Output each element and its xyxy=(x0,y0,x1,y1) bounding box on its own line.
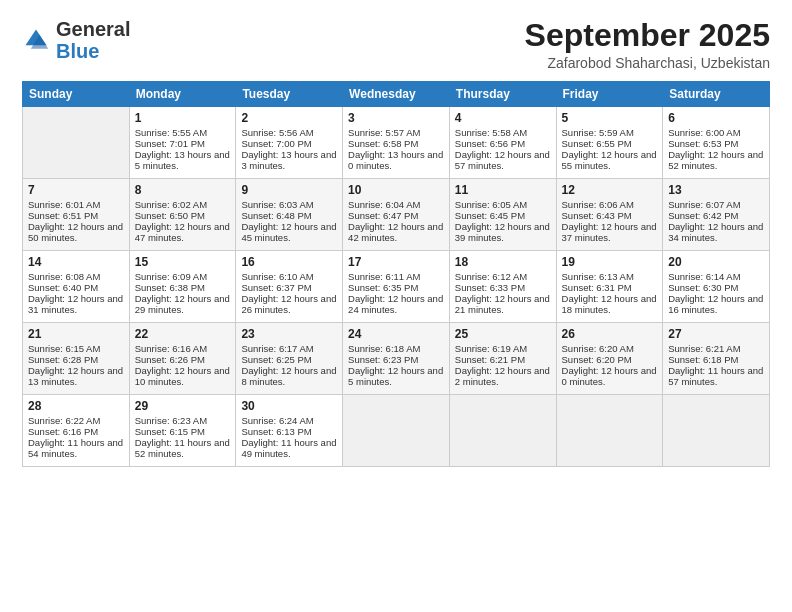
logo: General Blue xyxy=(22,18,130,62)
day-number: 10 xyxy=(348,183,444,197)
daylight-text: Daylight: 12 hours and 13 minutes. xyxy=(28,365,123,387)
day-cell-empty xyxy=(23,107,130,179)
sunset-text: Sunset: 6:50 PM xyxy=(135,210,205,221)
day-cell-18: 18Sunrise: 6:12 AMSunset: 6:33 PMDayligh… xyxy=(449,251,556,323)
day-cell-empty xyxy=(449,395,556,467)
sunrise-text: Sunrise: 6:17 AM xyxy=(241,343,313,354)
header-day-monday: Monday xyxy=(129,82,236,107)
day-number: 26 xyxy=(562,327,658,341)
month-title: September 2025 xyxy=(525,18,770,53)
sunrise-text: Sunrise: 6:19 AM xyxy=(455,343,527,354)
daylight-text: Daylight: 12 hours and 42 minutes. xyxy=(348,221,443,243)
sunset-text: Sunset: 7:01 PM xyxy=(135,138,205,149)
day-cell-10: 10Sunrise: 6:04 AMSunset: 6:47 PMDayligh… xyxy=(343,179,450,251)
location-subtitle: Zafarobod Shaharchasi, Uzbekistan xyxy=(525,55,770,71)
daylight-text: Daylight: 12 hours and 10 minutes. xyxy=(135,365,230,387)
day-cell-13: 13Sunrise: 6:07 AMSunset: 6:42 PMDayligh… xyxy=(663,179,770,251)
header-day-saturday: Saturday xyxy=(663,82,770,107)
day-cell-29: 29Sunrise: 6:23 AMSunset: 6:15 PMDayligh… xyxy=(129,395,236,467)
sunrise-text: Sunrise: 6:16 AM xyxy=(135,343,207,354)
day-number: 14 xyxy=(28,255,124,269)
day-cell-1: 1Sunrise: 5:55 AMSunset: 7:01 PMDaylight… xyxy=(129,107,236,179)
daylight-text: Daylight: 13 hours and 5 minutes. xyxy=(135,149,230,171)
week-row-5: 28Sunrise: 6:22 AMSunset: 6:16 PMDayligh… xyxy=(23,395,770,467)
logo-icon xyxy=(22,26,50,54)
sunset-text: Sunset: 6:18 PM xyxy=(668,354,738,365)
day-number: 13 xyxy=(668,183,764,197)
daylight-text: Daylight: 12 hours and 16 minutes. xyxy=(668,293,763,315)
sunset-text: Sunset: 7:00 PM xyxy=(241,138,311,149)
day-cell-11: 11Sunrise: 6:05 AMSunset: 6:45 PMDayligh… xyxy=(449,179,556,251)
daylight-text: Daylight: 11 hours and 57 minutes. xyxy=(668,365,763,387)
sunrise-text: Sunrise: 6:13 AM xyxy=(562,271,634,282)
day-number: 23 xyxy=(241,327,337,341)
header-day-sunday: Sunday xyxy=(23,82,130,107)
daylight-text: Daylight: 12 hours and 2 minutes. xyxy=(455,365,550,387)
header-row: SundayMondayTuesdayWednesdayThursdayFrid… xyxy=(23,82,770,107)
sunrise-text: Sunrise: 6:18 AM xyxy=(348,343,420,354)
sunset-text: Sunset: 6:30 PM xyxy=(668,282,738,293)
daylight-text: Daylight: 12 hours and 21 minutes. xyxy=(455,293,550,315)
sunset-text: Sunset: 6:23 PM xyxy=(348,354,418,365)
sunset-text: Sunset: 6:33 PM xyxy=(455,282,525,293)
day-number: 27 xyxy=(668,327,764,341)
sunrise-text: Sunrise: 6:06 AM xyxy=(562,199,634,210)
day-cell-empty xyxy=(663,395,770,467)
day-number: 18 xyxy=(455,255,551,269)
day-number: 20 xyxy=(668,255,764,269)
sunset-text: Sunset: 6:35 PM xyxy=(348,282,418,293)
calendar-table: SundayMondayTuesdayWednesdayThursdayFrid… xyxy=(22,81,770,467)
day-number: 29 xyxy=(135,399,231,413)
day-cell-24: 24Sunrise: 6:18 AMSunset: 6:23 PMDayligh… xyxy=(343,323,450,395)
day-cell-22: 22Sunrise: 6:16 AMSunset: 6:26 PMDayligh… xyxy=(129,323,236,395)
day-cell-empty xyxy=(556,395,663,467)
daylight-text: Daylight: 12 hours and 5 minutes. xyxy=(348,365,443,387)
logo-blue-text: Blue xyxy=(56,40,99,62)
sunrise-text: Sunrise: 6:05 AM xyxy=(455,199,527,210)
sunrise-text: Sunrise: 6:20 AM xyxy=(562,343,634,354)
daylight-text: Daylight: 12 hours and 8 minutes. xyxy=(241,365,336,387)
sunset-text: Sunset: 6:47 PM xyxy=(348,210,418,221)
sunrise-text: Sunrise: 6:22 AM xyxy=(28,415,100,426)
sunset-text: Sunset: 6:43 PM xyxy=(562,210,632,221)
daylight-text: Daylight: 12 hours and 50 minutes. xyxy=(28,221,123,243)
day-number: 3 xyxy=(348,111,444,125)
sunset-text: Sunset: 6:51 PM xyxy=(28,210,98,221)
day-cell-21: 21Sunrise: 6:15 AMSunset: 6:28 PMDayligh… xyxy=(23,323,130,395)
week-row-3: 14Sunrise: 6:08 AMSunset: 6:40 PMDayligh… xyxy=(23,251,770,323)
day-cell-3: 3Sunrise: 5:57 AMSunset: 6:58 PMDaylight… xyxy=(343,107,450,179)
sunset-text: Sunset: 6:55 PM xyxy=(562,138,632,149)
daylight-text: Daylight: 12 hours and 45 minutes. xyxy=(241,221,336,243)
day-number: 21 xyxy=(28,327,124,341)
day-number: 1 xyxy=(135,111,231,125)
sunrise-text: Sunrise: 6:11 AM xyxy=(348,271,420,282)
daylight-text: Daylight: 12 hours and 26 minutes. xyxy=(241,293,336,315)
day-cell-28: 28Sunrise: 6:22 AMSunset: 6:16 PMDayligh… xyxy=(23,395,130,467)
sunrise-text: Sunrise: 6:14 AM xyxy=(668,271,740,282)
day-cell-26: 26Sunrise: 6:20 AMSunset: 6:20 PMDayligh… xyxy=(556,323,663,395)
logo-general-text: General xyxy=(56,18,130,40)
sunrise-text: Sunrise: 6:01 AM xyxy=(28,199,100,210)
daylight-text: Daylight: 12 hours and 29 minutes. xyxy=(135,293,230,315)
day-cell-9: 9Sunrise: 6:03 AMSunset: 6:48 PMDaylight… xyxy=(236,179,343,251)
sunset-text: Sunset: 6:15 PM xyxy=(135,426,205,437)
day-cell-empty xyxy=(343,395,450,467)
header-day-wednesday: Wednesday xyxy=(343,82,450,107)
day-cell-8: 8Sunrise: 6:02 AMSunset: 6:50 PMDaylight… xyxy=(129,179,236,251)
day-cell-17: 17Sunrise: 6:11 AMSunset: 6:35 PMDayligh… xyxy=(343,251,450,323)
day-cell-16: 16Sunrise: 6:10 AMSunset: 6:37 PMDayligh… xyxy=(236,251,343,323)
sunrise-text: Sunrise: 6:12 AM xyxy=(455,271,527,282)
day-number: 15 xyxy=(135,255,231,269)
day-number: 24 xyxy=(348,327,444,341)
day-number: 4 xyxy=(455,111,551,125)
day-number: 8 xyxy=(135,183,231,197)
day-number: 22 xyxy=(135,327,231,341)
day-cell-5: 5Sunrise: 5:59 AMSunset: 6:55 PMDaylight… xyxy=(556,107,663,179)
day-number: 16 xyxy=(241,255,337,269)
sunrise-text: Sunrise: 6:03 AM xyxy=(241,199,313,210)
daylight-text: Daylight: 12 hours and 34 minutes. xyxy=(668,221,763,243)
day-cell-30: 30Sunrise: 6:24 AMSunset: 6:13 PMDayligh… xyxy=(236,395,343,467)
day-cell-19: 19Sunrise: 6:13 AMSunset: 6:31 PMDayligh… xyxy=(556,251,663,323)
day-cell-25: 25Sunrise: 6:19 AMSunset: 6:21 PMDayligh… xyxy=(449,323,556,395)
day-cell-6: 6Sunrise: 6:00 AMSunset: 6:53 PMDaylight… xyxy=(663,107,770,179)
